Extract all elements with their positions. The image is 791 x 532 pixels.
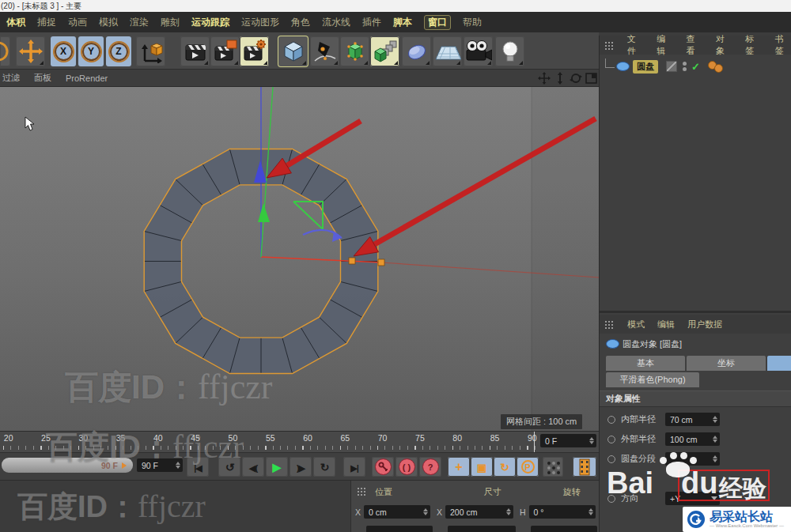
attribute-manager-menu-item[interactable]: 模式 — [627, 319, 645, 330]
viewport-menu-item[interactable]: 过滤 — [2, 72, 20, 84]
object-manager-menu-item[interactable]: 文件 — [627, 33, 644, 57]
keyframe-options-button[interactable]: ? — [419, 457, 441, 477]
disc-object-icon[interactable] — [616, 62, 630, 71]
floor-object-button[interactable] — [433, 36, 462, 66]
stepper-icon[interactable] — [589, 437, 594, 444]
tab-coordinates[interactable]: 坐标 — [687, 356, 766, 371]
menu-item[interactable]: 体积 — [6, 16, 25, 29]
menu-item[interactable]: 流水线 — [322, 16, 350, 29]
stepper-icon[interactable] — [713, 436, 717, 443]
stepper-icon[interactable] — [176, 462, 180, 469]
stepper-icon[interactable] — [423, 508, 428, 515]
camera-object-button[interactable] — [464, 36, 493, 66]
menu-item[interactable]: 角色 — [291, 16, 310, 29]
position-y-field-partial[interactable] — [366, 526, 433, 532]
position-x-field[interactable]: 0 cm — [364, 505, 430, 519]
menu-item[interactable]: 窗口 — [424, 15, 451, 30]
pan-view-icon[interactable] — [538, 72, 551, 85]
layer-toggle-icon[interactable] — [666, 61, 677, 72]
lock-y-axis-button[interactable]: Y — [78, 36, 104, 66]
viewport-menu-item[interactable]: 面板 — [34, 72, 51, 84]
menu-item[interactable]: 渲染 — [130, 16, 149, 29]
array-generator-button[interactable] — [370, 36, 399, 66]
object-manager-menu-item[interactable]: 编辑 — [657, 33, 673, 57]
size-y-field-partial[interactable] — [448, 526, 516, 532]
menu-item[interactable]: 捕捉 — [37, 16, 56, 29]
viewport-menu-item[interactable]: ProRender — [66, 74, 108, 83]
timeline-ruler[interactable]: 202530354045505560657075808590 0 F — [0, 431, 599, 453]
tab-basic[interactable]: 基本 — [606, 356, 685, 371]
motion-system-button[interactable] — [573, 457, 596, 477]
key-scale-toggle[interactable] — [471, 457, 493, 477]
attribute-manager-menu-item[interactable]: 用户数据 — [687, 319, 722, 330]
move-tool-button[interactable] — [16, 36, 45, 66]
stepper-icon[interactable] — [713, 455, 717, 462]
animation-dot-icon[interactable] — [607, 416, 615, 424]
rotate-view-icon[interactable] — [570, 72, 582, 85]
light-object-button[interactable] — [495, 36, 524, 66]
size-x-field[interactable]: 200 cm — [445, 505, 513, 519]
cube-primitive-button[interactable] — [278, 36, 308, 66]
object-manager-menu-item[interactable]: 对象 — [716, 33, 732, 57]
visibility-dots-icon[interactable] — [683, 62, 687, 71]
panel-grip-icon[interactable] — [604, 320, 615, 329]
lock-z-axis-button[interactable]: Z — [106, 36, 131, 66]
next-frame-button[interactable] — [290, 457, 312, 477]
current-frame-field[interactable]: 90 F — [137, 458, 183, 472]
timeline-slider[interactable]: 90 F — [2, 458, 133, 473]
animation-dot-icon[interactable] — [607, 495, 615, 503]
y-axis-arrowhead[interactable] — [258, 203, 270, 222]
key-position-toggle[interactable] — [448, 457, 470, 477]
object-row-disc[interactable]: 圆盘 ✓ — [600, 57, 791, 76]
menu-item[interactable]: 运动图形 — [241, 16, 279, 29]
panel-grip-icon[interactable] — [357, 487, 367, 496]
go-to-end-button[interactable] — [343, 457, 365, 477]
go-to-start-button[interactable] — [187, 457, 209, 477]
x-axis-handle-1[interactable] — [349, 258, 355, 264]
menu-item[interactable]: 雕刻 — [161, 16, 180, 29]
animation-dot-icon[interactable] — [607, 455, 615, 463]
play-backwards-button[interactable] — [218, 457, 240, 477]
stepper-icon[interactable] — [589, 508, 593, 515]
attribute-manager-menu-item[interactable]: 编辑 — [657, 319, 675, 330]
render-view-button[interactable] — [180, 36, 210, 66]
rotation-p-field-partial[interactable] — [531, 526, 597, 532]
menu-item[interactable]: 帮助 — [463, 16, 482, 29]
panel-grip-icon[interactable] — [604, 41, 615, 50]
timeline-playhead[interactable] — [534, 432, 535, 452]
object-manager-menu-item[interactable]: 查看 — [687, 33, 703, 57]
keyframe-selection-button[interactable] — [543, 457, 563, 477]
animation-dot-icon[interactable] — [607, 436, 615, 443]
autokeying-button[interactable]: ( ) — [396, 457, 418, 477]
coordinate-system-button[interactable] — [136, 36, 165, 66]
object-manager-menu-item[interactable]: 标签 — [745, 33, 762, 57]
orientation-dropdown[interactable]: +Y — [665, 492, 720, 505]
object-name-label[interactable]: 圆盘 — [633, 60, 658, 74]
bend-deformer-button[interactable] — [402, 36, 431, 66]
render-to-picture-viewer-button[interactable] — [210, 36, 240, 66]
menu-item[interactable]: 模拟 — [99, 16, 118, 29]
lock-x-axis-button[interactable]: X — [51, 36, 76, 66]
record-keyframe-button[interactable] — [372, 457, 394, 477]
stepper-icon[interactable] — [506, 508, 511, 515]
phong-tag-icon[interactable] — [708, 61, 723, 73]
previous-frame-button[interactable] — [242, 457, 264, 477]
outer-radius-field[interactable]: 100 cm — [665, 432, 720, 446]
rotation-h-field[interactable]: 0 ° — [529, 505, 596, 519]
menu-item[interactable]: 运动跟踪 — [191, 16, 229, 29]
play-button[interactable] — [266, 457, 288, 477]
zoom-view-icon[interactable] — [554, 72, 566, 85]
key-rotation-toggle[interactable] — [494, 457, 516, 477]
play-cycle-button[interactable] — [313, 457, 335, 477]
menu-item[interactable]: 脚本 — [393, 16, 412, 29]
edit-render-settings-button[interactable] — [240, 36, 269, 66]
key-parameter-toggle[interactable]: P — [517, 457, 539, 477]
tab-phong[interactable]: 平滑着色(Phong) — [606, 372, 699, 387]
enabled-check-icon[interactable]: ✓ — [691, 61, 700, 73]
menu-item[interactable]: 插件 — [362, 16, 381, 29]
toggle-layout-icon[interactable] — [585, 72, 598, 85]
subdivision-surface-button[interactable] — [340, 36, 369, 66]
rotate-tool-button[interactable] — [0, 36, 10, 66]
x-axis-handle-2[interactable] — [378, 259, 384, 266]
menu-item[interactable]: 动画 — [68, 16, 87, 29]
